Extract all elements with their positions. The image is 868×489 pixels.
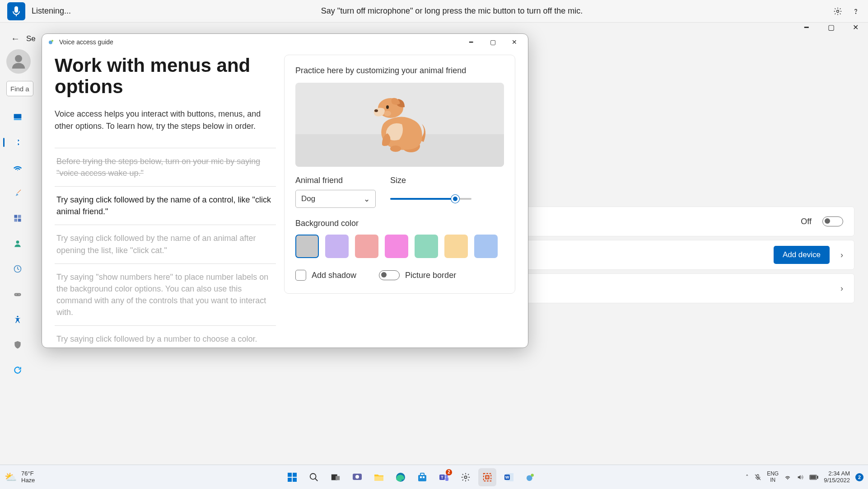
mic-button[interactable] [7, 2, 25, 20]
sidebar-item-accounts[interactable] [10, 236, 25, 251]
sidebar-item-network[interactable] [10, 160, 25, 175]
system-tray: ˄ ENG IN 2:34 AM 9/15/2022 2 [710, 470, 863, 484]
guide-heading: Work with menus and options [55, 55, 276, 97]
settings-gear-icon[interactable] [833, 6, 843, 16]
clock-globe-icon [13, 264, 22, 273]
language-indicator[interactable]: ENG IN [767, 471, 779, 484]
svg-rect-10 [18, 219, 21, 222]
taskbar-snip-button[interactable] [478, 468, 496, 486]
start-icon [287, 472, 298, 483]
voice-hint-text: Say "turn off microphone" or long press … [71, 6, 833, 16]
svg-rect-7 [14, 215, 18, 218]
settings-title: Se [26, 34, 36, 43]
sidebar-item-gaming[interactable] [10, 287, 25, 301]
toggle-switch[interactable] [822, 216, 843, 226]
color-swatch[interactable] [325, 235, 349, 258]
svg-rect-31 [336, 476, 340, 480]
tray-chevron-icon[interactable]: ˄ [746, 474, 749, 480]
add-shadow-checkbox[interactable] [295, 270, 306, 281]
voice-access-bar: Listening... Say "turn off microphone" o… [0, 0, 868, 23]
chat-icon [352, 472, 363, 483]
sidebar-item-bluetooth[interactable] [10, 135, 25, 150]
svg-point-15 [19, 294, 20, 295]
mic-muted-icon[interactable] [754, 474, 761, 481]
color-swatch[interactable] [444, 235, 468, 258]
taskbar-chat-button[interactable] [348, 468, 366, 486]
sidebar-item-apps[interactable] [10, 211, 25, 226]
svg-rect-38 [420, 476, 422, 478]
display-icon [13, 113, 22, 122]
weather-widget[interactable]: ⛅ 76°F Haze [5, 470, 113, 484]
sidebar-item-time-language[interactable] [10, 262, 25, 276]
color-swatch[interactable] [415, 235, 438, 258]
taskbar-search-button[interactable] [305, 468, 323, 486]
svg-point-20 [390, 146, 401, 152]
shield-icon [13, 340, 22, 349]
color-swatch[interactable] [385, 235, 408, 258]
back-button[interactable]: ← [11, 33, 20, 44]
voice-access-app-icon [47, 38, 56, 46]
color-swatch[interactable] [355, 235, 378, 258]
help-icon[interactable] [851, 6, 861, 16]
update-icon [13, 366, 22, 375]
notification-badge[interactable]: 2 [855, 473, 863, 481]
weather-condition: Haze [21, 477, 35, 484]
color-swatch[interactable] [474, 235, 498, 258]
slider-thumb[interactable] [451, 195, 459, 203]
volume-tray-icon[interactable] [797, 474, 804, 481]
add-device-button[interactable]: Add device [774, 246, 830, 264]
guide-titlebar: Voice access guide ━ ▢ ✕ [42, 34, 528, 50]
animal-friend-select[interactable]: Dog ⌄ [295, 190, 376, 208]
user-avatar[interactable] [6, 49, 31, 74]
teams-badge: 2 [446, 469, 452, 475]
guide-minimize-button[interactable]: ━ [460, 34, 482, 50]
weather-icon: ⛅ [5, 471, 17, 483]
taskbar-explorer-button[interactable] [370, 468, 388, 486]
animal-friend-label: Animal friend [295, 176, 376, 185]
svg-point-50 [531, 474, 533, 476]
svg-rect-1 [16, 14, 17, 16]
find-setting-input[interactable]: Find a [6, 81, 33, 96]
taskbar-store-button[interactable] [413, 468, 431, 486]
svg-rect-34 [374, 476, 383, 481]
sidebar-item-privacy[interactable] [10, 338, 25, 352]
color-swatch[interactable] [295, 235, 319, 258]
taskbar-word-button[interactable]: W [500, 468, 518, 486]
svg-rect-8 [18, 215, 21, 218]
sidebar-item-windows-update[interactable] [10, 363, 25, 377]
wifi-tray-icon[interactable] [784, 474, 791, 481]
guide-maximize-button[interactable]: ▢ [482, 34, 504, 50]
taskbar-settings-button[interactable] [457, 468, 475, 486]
guide-close-button[interactable]: ✕ [504, 34, 525, 50]
gamepad-icon [13, 290, 22, 299]
sidebar-item-personalization[interactable] [10, 186, 25, 200]
sidebar-item-accessibility[interactable] [10, 312, 25, 327]
animal-friend-value: Dog [301, 194, 315, 203]
taskbar-taskview-button[interactable] [327, 468, 345, 486]
taskbar-voice-access-button[interactable] [522, 468, 540, 486]
chevron-down-icon: ⌄ [364, 194, 370, 204]
guide-description: Voice access helps you interact with but… [55, 108, 276, 132]
sidebar-item-system[interactable] [10, 110, 25, 124]
svg-rect-25 [288, 473, 292, 477]
svg-rect-26 [293, 473, 297, 477]
svg-rect-39 [423, 476, 425, 478]
taskbar-edge-button[interactable] [392, 468, 410, 486]
guide-step: Try saying click followed by a number to… [55, 326, 276, 348]
taskbar-teams-button[interactable]: T 2 [435, 468, 453, 486]
size-slider[interactable] [390, 198, 471, 200]
clock[interactable]: 2:34 AM 9/15/2022 [824, 470, 850, 484]
explorer-icon [373, 472, 384, 483]
svg-point-29 [310, 473, 316, 479]
apps-icon [13, 214, 22, 223]
svg-point-18 [51, 40, 53, 42]
practice-card: Practice here by customizing your animal… [284, 55, 515, 294]
settings-icon [461, 472, 471, 482]
guide-right-pane: Practice here by customizing your animal… [284, 55, 515, 348]
animal-stage [295, 83, 504, 167]
svg-rect-0 [14, 6, 18, 13]
picture-border-toggle[interactable] [379, 270, 400, 280]
svg-rect-37 [420, 473, 424, 475]
taskbar-start-button[interactable] [283, 468, 301, 486]
battery-tray-icon[interactable] [809, 475, 818, 480]
